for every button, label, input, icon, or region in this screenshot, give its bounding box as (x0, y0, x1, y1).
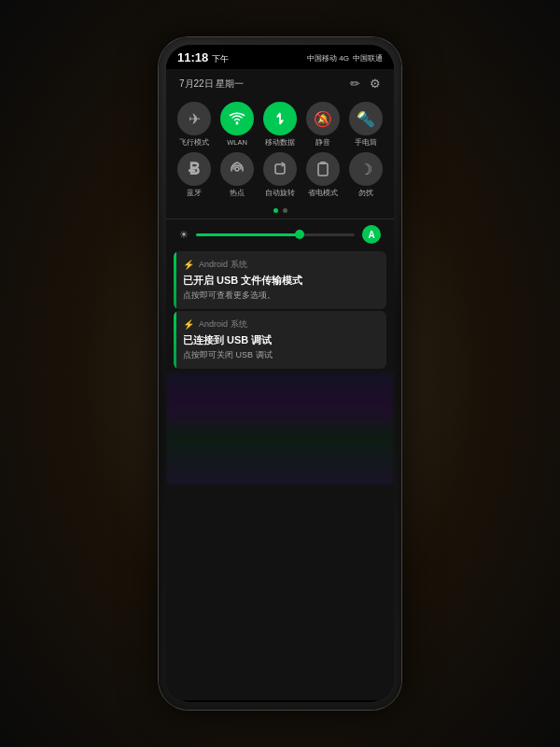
time-display: 11:18 (177, 50, 208, 64)
qs-airplane-btn[interactable]: ✈ (177, 102, 211, 135)
qs-airplane[interactable]: ✈ 飞行模式 (175, 102, 213, 147)
qs-flashlight-label: 手电筒 (355, 138, 377, 147)
notif-usb-transfer-title: 已开启 USB 文件传输模式 (183, 274, 377, 288)
phone-screen: 11:18 下午 中国移动 4G 中国联通 7月22日 星期一 ✏ ⚙ (166, 45, 394, 702)
qs-dnd[interactable]: ☽ 勿扰 (347, 152, 385, 197)
qs-hotspot-btn[interactable] (220, 152, 254, 186)
qs-mobile-data[interactable]: 移动数据 (261, 102, 299, 147)
brightness-auto-btn[interactable]: A (362, 225, 381, 244)
qs-silent[interactable]: 🔕 静音 (304, 102, 342, 147)
brightness-thumb[interactable] (295, 230, 304, 239)
qs-power-save-btn[interactable] (306, 152, 340, 186)
date-action-icons: ✏ ⚙ (350, 77, 381, 91)
qs-mobile-data-label: 移动数据 (265, 138, 295, 147)
brightness-row[interactable]: ☀ A (166, 218, 394, 251)
qs-mobile-data-btn[interactable] (263, 102, 297, 135)
phone-device: 11:18 下午 中国移动 4G 中国联通 7月22日 星期一 ✏ ⚙ (159, 37, 401, 710)
brightness-slider[interactable] (196, 233, 355, 236)
usb-icon-1: ⚡ (183, 260, 194, 270)
qs-wifi[interactable]: WLAN (218, 102, 256, 147)
carrier-info: 中国移动 4G 中国联通 (307, 53, 383, 63)
quick-settings-grid: ✈ 飞行模式 (166, 96, 394, 204)
notif-usb-transfer-app: Android 系统 (199, 259, 247, 271)
notification-list: ⚡ Android 系统 已开启 USB 文件传输模式 点按即可查看更多选项。 … (166, 251, 394, 369)
svg-point-0 (236, 122, 239, 125)
qs-dnd-btn[interactable]: ☽ (349, 152, 383, 186)
qs-flashlight-btn[interactable]: 🔦 (349, 102, 383, 135)
qs-power-save[interactable]: 省电模式 (304, 152, 342, 197)
notif-usb-transfer-app-row: ⚡ Android 系统 (183, 259, 377, 271)
page-indicators (166, 204, 394, 218)
status-bar: 11:18 下午 中国移动 4G 中国联通 (166, 45, 394, 69)
notif-usb-debug-app: Android 系统 (199, 318, 247, 331)
notif-usb-debug-app-row: ⚡ Android 系统 (183, 318, 377, 331)
desk-background: 11:18 下午 中国移动 4G 中国联通 7月22日 星期一 ✏ ⚙ (0, 0, 560, 747)
qs-rotate-label: 自动旋转 (265, 189, 295, 197)
carrier2: 中国联通 (353, 53, 383, 63)
brightness-icon: ☀ (179, 229, 189, 241)
qs-bluetooth-label: 蓝牙 (187, 189, 202, 197)
date-row: 7月22日 星期一 ✏ ⚙ (166, 69, 394, 96)
brightness-fill (196, 233, 300, 236)
qs-wifi-label: WLAN (227, 138, 247, 147)
qs-bluetooth[interactable]: Ƀ 蓝牙 (175, 152, 213, 197)
notif-usb-transfer[interactable]: ⚡ Android 系统 已开启 USB 文件传输模式 点按即可查看更多选项。 (174, 251, 386, 309)
qs-flashlight[interactable]: 🔦 手电筒 (347, 102, 385, 147)
usb-icon-2: ⚡ (183, 319, 194, 330)
qs-hotspot[interactable]: 热点 (218, 152, 256, 197)
notification-panel: 7月22日 星期一 ✏ ⚙ ✈ 飞行模式 (166, 69, 394, 700)
notif-usb-debug-body: 点按即可关闭 USB 调试 (183, 349, 377, 361)
qs-dnd-label: 勿扰 (358, 189, 373, 197)
qs-airplane-label: 飞行模式 (179, 138, 209, 147)
carrier1: 中国移动 4G (307, 53, 349, 63)
qs-rotate-btn[interactable] (263, 152, 297, 186)
bottom-blur-area (166, 373, 394, 485)
notif-usb-transfer-body: 点按即可查看更多选项。 (183, 289, 377, 302)
qs-power-save-label: 省电模式 (308, 189, 338, 197)
notif-usb-debug-title: 已连接到 USB 调试 (183, 333, 377, 347)
qs-bluetooth-btn[interactable]: Ƀ (177, 152, 211, 186)
qs-wifi-btn[interactable] (220, 102, 254, 135)
qs-silent-label: 静音 (315, 138, 330, 147)
brightness-auto-label: A (368, 230, 374, 240)
notif-usb-debug[interactable]: ⚡ Android 系统 已连接到 USB 调试 点按即可关闭 USB 调试 (174, 311, 386, 369)
dot-2 (283, 208, 287, 213)
qs-hotspot-label: 热点 (230, 189, 245, 197)
qs-rotate[interactable]: 自动旋转 (261, 152, 299, 197)
date-display: 7月22日 星期一 (179, 78, 244, 91)
svg-rect-3 (318, 163, 328, 176)
settings-icon[interactable]: ⚙ (370, 77, 381, 91)
edit-icon[interactable]: ✏ (350, 77, 360, 91)
qs-silent-btn[interactable]: 🔕 (306, 102, 340, 135)
dot-1 (273, 208, 278, 213)
time-ampm: 下午 (212, 54, 229, 63)
status-time: 11:18 下午 (177, 50, 229, 65)
svg-point-1 (235, 167, 239, 171)
